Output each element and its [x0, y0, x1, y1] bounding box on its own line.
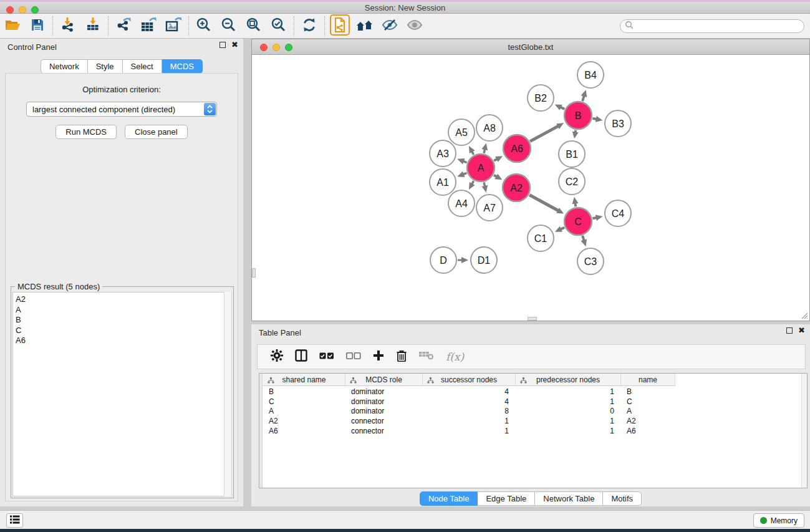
table-cell[interactable]: dominator: [345, 397, 423, 407]
column-selector-button[interactable]: [295, 349, 307, 364]
close-panel-button[interactable]: Close panel: [125, 125, 188, 139]
mcds-result-item[interactable]: C: [16, 326, 231, 336]
column-header-mcds-role[interactable]: MCDS role: [345, 374, 423, 386]
zoom-selected-button[interactable]: [266, 15, 291, 37]
import-table-button[interactable]: [80, 15, 105, 37]
float-panel-icon[interactable]: [219, 42, 226, 48]
table-row[interactable]: Adominator80A: [263, 407, 807, 417]
home-button[interactable]: [352, 15, 377, 37]
table-cell[interactable]: B: [621, 387, 675, 397]
tab-node-table[interactable]: Node Table: [420, 491, 478, 506]
network-window-titlebar[interactable]: testGlobe.txt: [251, 39, 810, 55]
mcds-result-item[interactable]: A: [16, 305, 231, 316]
table-cell[interactable]: connector: [345, 417, 423, 427]
table-cell[interactable]: A2: [263, 417, 345, 427]
search-box[interactable]: [620, 19, 804, 33]
table-cell[interactable]: 4: [423, 387, 516, 397]
table-cell[interactable]: 1: [423, 417, 516, 427]
edge-A2-C[interactable]: [529, 195, 559, 211]
network-canvas[interactable]: AA1A2A3A4A5A6A7A8BB1B2B3B4CC1C2C3C4DD1: [251, 55, 810, 321]
optimization-criterion-select[interactable]: largest connected component (directed): [26, 102, 217, 117]
close-table-panel-icon[interactable]: ✖: [798, 327, 805, 334]
minimize-window-button[interactable]: [19, 6, 26, 14]
table-cell[interactable]: 1: [423, 427, 516, 437]
run-mcds-button[interactable]: Run MCDS: [55, 125, 117, 139]
export-table-button[interactable]: [136, 15, 161, 37]
table-scrollbar[interactable]: [801, 374, 807, 488]
table-cell[interactable]: 1: [516, 387, 621, 397]
add-column-button[interactable]: [373, 350, 384, 364]
table-settings-button[interactable]: [271, 349, 283, 364]
tab-network-table[interactable]: Network Table: [535, 491, 603, 506]
column-header-successor-nodes[interactable]: successor nodes: [423, 374, 516, 386]
network-zoom-button[interactable]: [285, 44, 292, 51]
table-cell[interactable]: 4: [423, 397, 516, 407]
export-network-button[interactable]: [111, 15, 136, 37]
memory-button[interactable]: Memory: [753, 513, 804, 528]
table-cell[interactable]: 1: [516, 417, 621, 427]
zoom-out-button[interactable]: [216, 15, 241, 37]
table-row[interactable]: A6connector11A6: [263, 427, 807, 437]
search-input[interactable]: [634, 22, 793, 31]
select-all-button[interactable]: [319, 351, 334, 362]
table-cell[interactable]: A: [621, 407, 675, 417]
table-cell[interactable]: A6: [621, 427, 675, 437]
table-cell[interactable]: dominator: [345, 387, 423, 397]
table-row[interactable]: Bdominator41B: [263, 387, 807, 397]
table-cell[interactable]: 1: [516, 427, 621, 437]
tab-edge-table[interactable]: Edge Table: [478, 491, 535, 506]
task-history-button[interactable]: [6, 513, 23, 528]
mcds-result-item[interactable]: A2: [16, 294, 231, 305]
delete-table-button[interactable]: [419, 351, 434, 363]
network-from-selection-button[interactable]: [327, 15, 352, 37]
zoom-window-button[interactable]: [31, 6, 39, 14]
canvas-bottom-handle[interactable]: [528, 317, 537, 321]
refresh-button[interactable]: [297, 15, 322, 37]
zoom-fit-button[interactable]: [241, 15, 266, 37]
table-cell[interactable]: A: [263, 407, 345, 417]
table-cell[interactable]: A2: [621, 417, 675, 427]
hide-details-button[interactable]: [377, 15, 402, 37]
deselect-all-button[interactable]: [346, 351, 361, 362]
canvas-left-handle[interactable]: [252, 268, 256, 278]
table-row[interactable]: Cdominator41C: [263, 397, 807, 407]
show-details-button[interactable]: [402, 15, 427, 37]
table-cell[interactable]: connector: [345, 427, 423, 437]
mcds-result-list[interactable]: A2ABCA6: [12, 292, 232, 496]
export-image-button[interactable]: [161, 15, 186, 37]
table-cell[interactable]: 0: [516, 407, 621, 417]
network-close-button[interactable]: [260, 44, 268, 51]
mcds-result-item[interactable]: B: [16, 315, 231, 326]
open-file-button[interactable]: [0, 15, 25, 37]
column-header-name[interactable]: name: [621, 374, 675, 386]
network-graph[interactable]: AA1A2A3A4A5A6A7A8BB1B2B3B4CC1C2C3C4DD1: [252, 55, 809, 320]
float-table-panel-icon[interactable]: [786, 327, 793, 334]
table-cell[interactable]: C: [263, 397, 345, 407]
table-cell[interactable]: B: [263, 387, 345, 397]
table-cell[interactable]: dominator: [345, 407, 423, 417]
node-table[interactable]: shared nameMCDS rolesuccessor nodesprede…: [259, 373, 808, 488]
zoom-in-button[interactable]: [191, 15, 216, 37]
tab-select[interactable]: Select: [123, 59, 162, 74]
network-minimize-button[interactable]: [272, 44, 280, 51]
import-network-button[interactable]: [55, 15, 80, 37]
close-window-button[interactable]: [6, 6, 14, 14]
table-cell[interactable]: C: [621, 397, 675, 407]
table-row[interactable]: A2connector11A2: [263, 417, 807, 427]
tab-style[interactable]: Style: [88, 59, 123, 74]
function-builder-button[interactable]: f(x): [446, 351, 464, 363]
tab-motifs[interactable]: Motifs: [603, 491, 642, 506]
save-session-button[interactable]: [25, 15, 50, 37]
edge-A6-B[interactable]: [530, 126, 559, 142]
table-cell[interactable]: A6: [263, 427, 345, 437]
tab-network[interactable]: Network: [41, 59, 88, 74]
table-cell[interactable]: 1: [516, 397, 621, 407]
tab-mcds[interactable]: MCDS: [162, 59, 203, 74]
table-cell[interactable]: 8: [423, 407, 516, 417]
mcds-result-item[interactable]: A6: [16, 336, 231, 346]
column-header-predecessor-nodes[interactable]: predecessor nodes: [516, 374, 621, 386]
resize-grip-icon[interactable]: [799, 311, 808, 319]
column-header-shared-name[interactable]: shared name: [263, 374, 345, 386]
delete-column-button[interactable]: [396, 349, 407, 364]
close-panel-icon[interactable]: ✖: [231, 42, 238, 48]
